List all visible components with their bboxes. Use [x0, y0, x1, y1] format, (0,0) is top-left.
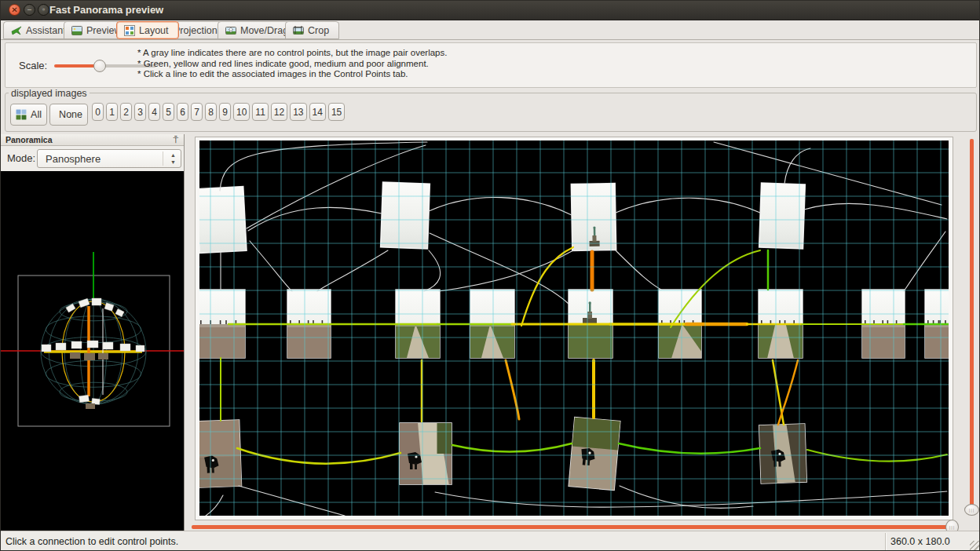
connection-line[interactable]: [616, 198, 760, 213]
resize-grip-icon[interactable]: [970, 541, 979, 550]
legend-note-0: * A gray line indicates there are no con…: [137, 48, 447, 59]
vertical-scrollbar-handle[interactable]: |||: [964, 504, 979, 516]
combo-spinner-icon[interactable]: ▲▼: [170, 151, 176, 166]
maximize-icon[interactable]: ▫: [38, 4, 49, 16]
connection-line[interactable]: [616, 250, 661, 290]
connection-line[interactable]: [714, 142, 942, 205]
image-button-0[interactable]: 0: [92, 103, 104, 121]
window-title: Fast Panorama preview: [49, 4, 163, 16]
image-button-3[interactable]: 3: [134, 103, 146, 121]
minimize-icon[interactable]: –: [24, 4, 35, 16]
panel-splitter[interactable]: [184, 134, 185, 531]
image-button-13[interactable]: 13: [290, 103, 306, 121]
scale-label: Scale:: [19, 60, 47, 71]
legend-notes: * A gray line indicates there are no con…: [137, 48, 447, 80]
combo-separator: [163, 151, 163, 166]
connection-line[interactable]: [429, 197, 572, 215]
preview-icon: [71, 25, 82, 36]
mode-value: Panosphere: [46, 153, 101, 165]
scale-info-panel: Scale: * A gray line indicates there are…: [5, 42, 977, 88]
image-button-15[interactable]: 15: [328, 103, 345, 121]
layout-image-thumbnail[interactable]: [571, 184, 616, 251]
status-bar: Click a connection to edit control point…: [1, 531, 980, 551]
image-button-4[interactable]: 4: [148, 103, 160, 121]
show-all-button[interactable]: All: [10, 104, 47, 126]
tab-label: Projection: [174, 25, 218, 36]
mode-combobox[interactable]: Panosphere ▲▼: [37, 149, 181, 168]
pin-icon[interactable]: ⍑: [173, 135, 178, 145]
image-button-9[interactable]: 9: [219, 103, 231, 121]
connection-line[interactable]: [424, 250, 441, 291]
image-button-10[interactable]: 10: [233, 103, 250, 121]
image-button-11[interactable]: 11: [252, 103, 268, 121]
layout-canvas[interactable]: [199, 140, 949, 516]
connection-line[interactable]: [250, 241, 292, 291]
panosphere-panel-title: Panoramica: [5, 135, 53, 144]
connection-line[interactable]: [439, 250, 573, 291]
connection-line[interactable]: [784, 148, 810, 184]
show-none-button[interactable]: None: [49, 104, 88, 126]
layout-image-thumbnail[interactable]: [759, 183, 806, 249]
image-button-6[interactable]: 6: [177, 103, 188, 121]
tab-layout[interactable]: Layout: [116, 21, 179, 39]
layout-image-thumbnail[interactable]: [199, 420, 241, 487]
panosphere-panel-header[interactable]: Panoramica ⍑: [1, 134, 184, 146]
image-button-5[interactable]: 5: [163, 103, 174, 121]
tab-label: Layout: [139, 25, 169, 36]
tab-bar: AssistantPreviewLayoutProjectionMove/Dra…: [1, 20, 979, 40]
legend-note-2: * Click a line to edit the associated im…: [137, 69, 447, 80]
status-separator: [885, 533, 886, 551]
connection-line[interactable]: [239, 486, 345, 516]
image-button-7[interactable]: 7: [191, 103, 203, 121]
connection-line[interactable]: [248, 207, 382, 231]
tab-label: Move/Drag: [240, 25, 288, 36]
titlebar[interactable]: ✕ – ▫ Fast Panorama preview: [1, 1, 979, 20]
tab-label: Crop: [308, 25, 329, 36]
movedrag-icon: [225, 25, 236, 36]
panosphere-3d-view[interactable]: [1, 171, 184, 531]
connection-line[interactable]: [237, 448, 400, 464]
connection-line[interactable]: [452, 443, 572, 452]
crop-icon: [293, 25, 304, 36]
show-none-label: None: [59, 109, 82, 120]
connection-line[interactable]: [804, 203, 947, 219]
connection-line[interactable]: [619, 443, 760, 454]
image-button-12[interactable]: 12: [271, 103, 287, 121]
image-button-14[interactable]: 14: [309, 103, 326, 121]
connection-line[interactable]: [620, 486, 753, 508]
pano-size-value: 360.0 x 180.0: [890, 536, 950, 547]
mode-label: Mode:: [7, 152, 35, 164]
tab-crop[interactable]: Crop: [285, 21, 339, 39]
layout-icon: [124, 25, 135, 36]
image-number-buttons: 0123456789101112131415: [92, 103, 345, 121]
horizontal-scrollbar-track[interactable]: [192, 525, 955, 529]
scale-slider-handle[interactable]: [93, 60, 106, 72]
status-hint: Click a connection to edit control point…: [5, 536, 178, 547]
mode-row: Mode: Panosphere ▲▼: [1, 146, 184, 171]
show-all-label: All: [31, 109, 42, 120]
close-icon[interactable]: ✕: [9, 4, 20, 16]
connection-line[interactable]: [904, 232, 945, 291]
image-button-2[interactable]: 2: [120, 103, 132, 121]
connection-line[interactable]: [206, 495, 223, 516]
connection-line[interactable]: [778, 360, 798, 425]
legend-note-1: * Green, yellow and red lines indicate g…: [137, 59, 447, 70]
layout-image-thumbnail[interactable]: [400, 423, 452, 484]
image-button-1[interactable]: 1: [106, 103, 118, 121]
vertical-scrollbar[interactable]: |||: [964, 137, 979, 519]
all-images-icon: [16, 109, 27, 120]
image-button-8[interactable]: 8: [205, 103, 217, 121]
vertical-scrollbar-track[interactable]: [970, 139, 974, 514]
app-window: ✕ – ▫ Fast Panorama preview AssistantPre…: [0, 0, 980, 551]
displayed-images-legend: displayed images: [9, 88, 90, 99]
panosphere-preview-canvas[interactable]: [1, 171, 184, 531]
layout-graph[interactable]: [199, 140, 949, 516]
tab-label: Assistant: [26, 25, 66, 36]
assistant-icon: [11, 25, 22, 36]
